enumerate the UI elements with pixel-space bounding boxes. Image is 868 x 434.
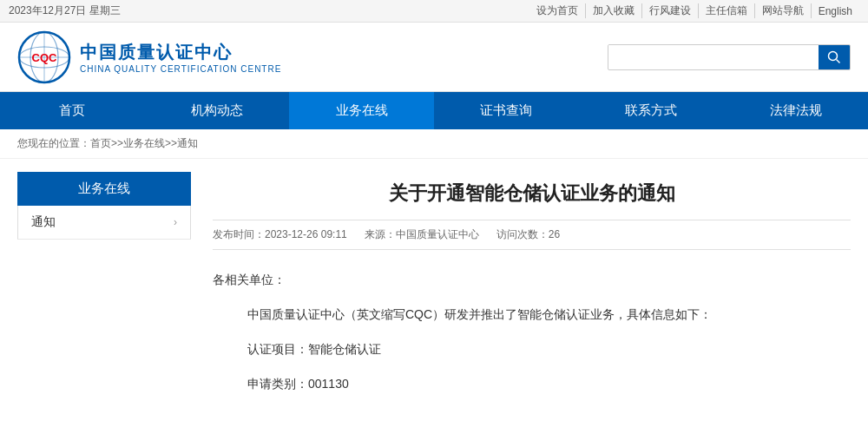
body-p4: 申请类别：001130 [213, 372, 851, 396]
logo-en: CHINA QUALITY CERTIFICATION CENTRE [80, 64, 281, 74]
nav-lianxi[interactable]: 联系方式 [579, 92, 724, 129]
sidebar-title: 业务在线 [17, 172, 191, 206]
svg-line-7 [837, 59, 840, 62]
nav-zhengshu[interactable]: 证书查询 [434, 92, 579, 129]
top-link-fengji[interactable]: 行风建设 [642, 3, 699, 18]
search-icon [827, 50, 841, 64]
nav-jigou[interactable]: 机构动态 [145, 92, 290, 129]
sidebar: 业务在线 通知 › [17, 172, 191, 406]
body-p1: 各相关单位： [213, 267, 851, 292]
top-link-home[interactable]: 设为首页 [529, 3, 586, 18]
logo: CQC 中国质量认证中心 CHINA QUALITY CERTIFICATION… [17, 30, 281, 84]
top-link-fav[interactable]: 加入收藏 [586, 3, 642, 18]
chevron-right-icon: › [174, 216, 177, 228]
sidebar-item-notice[interactable]: 通知 › [17, 206, 191, 240]
top-links: 设为首页 加入收藏 行风建设 主任信箱 网站导航 English [529, 3, 859, 18]
nav-home[interactable]: 首页 [0, 92, 145, 129]
top-link-mailbox[interactable]: 主任信箱 [699, 3, 755, 18]
header: CQC 中国质量认证中心 CHINA QUALITY CERTIFICATION… [0, 23, 868, 92]
publish-label: 发布时间：2023-12-26 09:11 [213, 227, 347, 242]
breadcrumb: 您现在的位置：首页>>业务在线>>通知 [0, 129, 868, 159]
top-link-english[interactable]: English [812, 5, 859, 17]
main-nav: 首页 机构动态 业务在线 证书查询 联系方式 法律法规 [0, 92, 868, 129]
body-p2: 中国质量认证中心（英文缩写CQC）研发并推出了智能仓储认证业务，具体信息如下： [213, 302, 851, 326]
source-label: 来源：中国质量认证中心 [365, 227, 479, 242]
svg-point-6 [829, 51, 838, 60]
logo-text: 中国质量认证中心 CHINA QUALITY CERTIFICATION CEN… [80, 41, 281, 74]
nav-falv[interactable]: 法律法规 [723, 92, 868, 129]
content-area: 业务在线 通知 › 关于开通智能仓储认证业务的通知 发布时间：2023-12-2… [0, 159, 868, 419]
date-display: 2023年12月27日 星期三 [9, 3, 121, 18]
body-p3: 认证项目：智能仓储认证 [213, 337, 851, 361]
nav-yewu[interactable]: 业务在线 [289, 92, 434, 129]
main-content: 关于开通智能仓储认证业务的通知 发布时间：2023-12-26 09:11 来源… [204, 172, 851, 406]
logo-cn: 中国质量认证中心 [80, 41, 281, 64]
svg-text:CQC: CQC [32, 51, 58, 64]
article-meta: 发布时间：2023-12-26 09:11 来源：中国质量认证中心 访问次数：2… [213, 220, 851, 250]
breadcrumb-text: 您现在的位置：首页>>业务在线>>通知 [17, 137, 198, 149]
article-body: 各相关单位： 中国质量认证中心（英文缩写CQC）研发并推出了智能仓储认证业务，具… [213, 267, 851, 396]
visit-label: 访问次数：26 [496, 227, 560, 242]
article-title: 关于开通智能仓储认证业务的通知 [213, 172, 851, 220]
top-link-sitenav[interactable]: 网站导航 [755, 3, 812, 18]
sidebar-item-notice-label: 通知 [31, 214, 56, 230]
search-input[interactable] [608, 45, 819, 69]
logo-emblem: CQC [17, 30, 71, 84]
top-bar: 2023年12月27日 星期三 设为首页 加入收藏 行风建设 主任信箱 网站导航… [0, 0, 868, 23]
search-bar [608, 44, 851, 70]
search-button[interactable] [819, 45, 850, 69]
